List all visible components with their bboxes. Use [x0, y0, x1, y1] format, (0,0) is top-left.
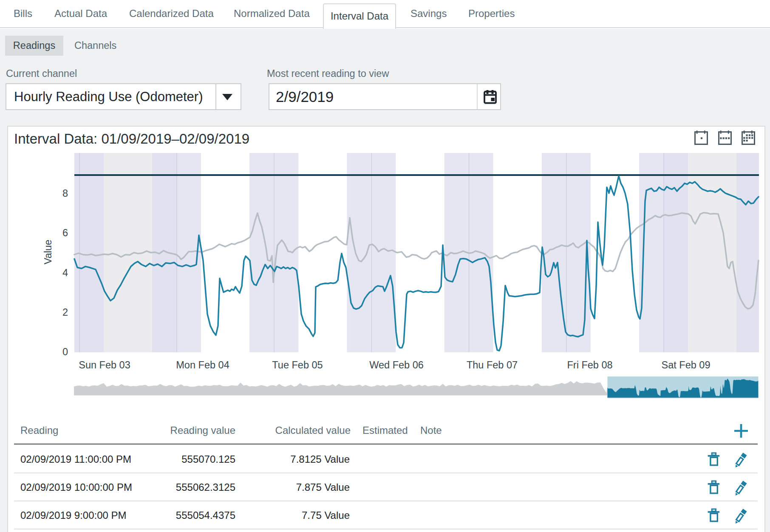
svg-text:0: 0 [62, 346, 68, 357]
svg-text:Thu Feb 07: Thu Feb 07 [467, 359, 518, 371]
svg-text:Value: Value [42, 240, 54, 264]
svg-text:Mon Feb 04: Mon Feb 04 [176, 359, 229, 371]
svg-text:Sat Feb 09: Sat Feb 09 [662, 359, 711, 371]
svg-text:6: 6 [62, 227, 68, 238]
svg-text:Sun Feb 03: Sun Feb 03 [79, 359, 130, 371]
svg-text:4: 4 [62, 267, 68, 278]
svg-text:Wed Feb 06: Wed Feb 06 [369, 359, 424, 371]
svg-text:8: 8 [62, 188, 68, 199]
svg-text:Tue Feb 05: Tue Feb 05 [272, 359, 323, 371]
svg-text:2: 2 [62, 307, 68, 318]
svg-text:Fri Feb 08: Fri Feb 08 [567, 359, 612, 371]
